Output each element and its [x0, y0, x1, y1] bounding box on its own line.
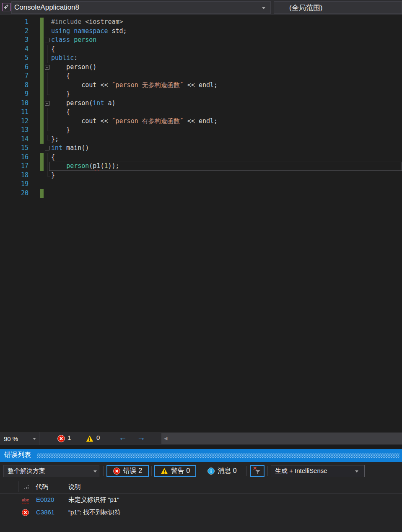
- code-token-txt: cout <<: [51, 117, 112, 125]
- code-token-txt: person(: [51, 99, 93, 107]
- fold-guide: [44, 45, 51, 54]
- fold-guide: [44, 81, 51, 90]
- column-header-code[interactable]: 代码: [36, 480, 48, 493]
- change-tracking-bar: [40, 63, 44, 72]
- line-number: 20: [0, 189, 29, 198]
- intellisense-squiggle-icon: abc: [18, 493, 33, 506]
- fold-toggle-icon[interactable]: [44, 36, 51, 45]
- code-line[interactable]: 13 }: [0, 126, 402, 135]
- code-token-txt: }: [51, 90, 70, 98]
- code-line[interactable]: 17 person(p1(1));: [0, 162, 402, 171]
- fold-toggle-icon[interactable]: [44, 99, 51, 108]
- change-tracking-bar: [40, 90, 44, 99]
- scroll-left-icon[interactable]: ◀: [164, 436, 167, 441]
- fold-toggle-icon[interactable]: [44, 63, 51, 72]
- line-number: 14: [0, 135, 29, 144]
- code-text: [51, 189, 402, 198]
- change-tracking-bar: [40, 27, 44, 36]
- navigation-bar: ConsoleApplication8 (全局范围): [0, 0, 402, 15]
- code-text: {: [51, 153, 402, 162]
- code-line[interactable]: 14};: [0, 135, 402, 144]
- code-text: cout << ″person 有参构造函数″ << endl;: [51, 117, 402, 126]
- code-line[interactable]: 5public:: [0, 54, 402, 63]
- code-line[interactable]: 6 person(): [0, 63, 402, 72]
- navigate-back-arrow-icon[interactable]: ←: [119, 433, 127, 442]
- line-number: 18: [0, 171, 29, 180]
- code-text: using namespace std;: [51, 27, 402, 36]
- change-tracking-bar: [40, 18, 44, 27]
- error-icon[interactable]: [57, 435, 65, 442]
- column-separator[interactable]: [64, 481, 64, 492]
- error-list-title-bar[interactable]: 错误列表: [0, 449, 402, 462]
- code-text: public:: [51, 54, 402, 63]
- fold-toggle-icon[interactable]: [44, 144, 51, 153]
- column-separator[interactable]: [18, 481, 18, 492]
- column-header-description[interactable]: 说明: [68, 480, 81, 493]
- code-text: }: [51, 171, 402, 180]
- warning-icon[interactable]: [86, 435, 93, 442]
- errors-filter-label: 错误 2: [123, 467, 142, 475]
- chevron-down-icon: [355, 470, 358, 473]
- messages-filter-button[interactable]: 消息 0: [201, 465, 243, 477]
- warnings-filter-button[interactable]: 警告 0: [154, 465, 196, 477]
- error-code-link[interactable]: C3861: [36, 506, 54, 519]
- error-row[interactable]: C3861“p1”: 找不到标识符: [0, 506, 402, 519]
- code-token-type: person: [66, 162, 89, 170]
- code-line[interactable]: 8 cout << ″person 无参构造函数″ << endl;: [0, 81, 402, 90]
- code-line[interactable]: 19: [0, 180, 402, 189]
- column-separator[interactable]: [33, 481, 33, 492]
- horizontal-scrollbar[interactable]: ◀: [161, 433, 402, 444]
- fold-guide: [44, 189, 51, 198]
- build-intellisense-dropdown[interactable]: 生成 + IntelliSense: [271, 465, 365, 477]
- navigate-forward-arrow-icon[interactable]: →: [137, 433, 145, 442]
- zoom-level-dropdown[interactable]: 90 %: [0, 432, 39, 445]
- toolbar-separator: [151, 466, 152, 476]
- chevron-down-icon: [33, 438, 36, 440]
- error-code-link[interactable]: E0020: [36, 493, 54, 506]
- change-tracking-bar: [40, 45, 44, 54]
- line-number: 13: [0, 126, 29, 135]
- code-line[interactable]: 1#include <iostream>: [0, 18, 402, 27]
- code-editor[interactable]: 1#include <iostream>2using namespace std…: [0, 15, 402, 432]
- code-text: };: [51, 135, 402, 144]
- scope-dropdown[interactable]: (全局范围): [274, 1, 402, 14]
- code-text: cout << ″person 无参构造函数″ << endl;: [51, 81, 402, 90]
- code-line[interactable]: 18}: [0, 171, 402, 180]
- code-line[interactable]: 11 {: [0, 108, 402, 117]
- code-line[interactable]: 9 }: [0, 90, 402, 99]
- change-tracking-bar: [40, 36, 44, 45]
- line-number: 10: [0, 99, 29, 108]
- code-token-kw: class: [51, 36, 70, 44]
- code-line[interactable]: 7 {: [0, 72, 402, 81]
- warning-icon: [161, 467, 168, 475]
- change-tracking-bar: [40, 81, 44, 90]
- move-arrows-icon: [3, 4, 9, 10]
- code-line[interactable]: 3class person: [0, 36, 402, 45]
- fold-guide: [44, 54, 51, 63]
- code-line[interactable]: 4{: [0, 45, 402, 54]
- solution-scope-dropdown[interactable]: 整个解决方案: [3, 465, 99, 477]
- filter-button[interactable]: ✕: [250, 465, 265, 477]
- fold-guide: [44, 90, 51, 99]
- code-token-txt: {: [51, 153, 55, 161]
- project-dropdown[interactable]: ConsoleApplication8: [11, 1, 271, 14]
- line-number: 17: [0, 162, 29, 171]
- code-line[interactable]: 10 person(int a): [0, 99, 402, 108]
- code-text: {: [51, 108, 402, 117]
- code-token-txt: :: [74, 54, 78, 62]
- code-text: int main(): [51, 144, 402, 153]
- code-token-txt: << endl;: [184, 117, 218, 125]
- code-line[interactable]: 2using namespace std;: [0, 27, 402, 36]
- errors-filter-button[interactable]: 错误 2: [106, 465, 149, 477]
- code-token-txt: main(): [62, 144, 89, 152]
- code-token-txt: [70, 36, 74, 44]
- line-number: 15: [0, 144, 29, 153]
- code-line[interactable]: 16{: [0, 153, 402, 162]
- error-table-header: 代码 说明: [0, 480, 402, 493]
- code-line[interactable]: 12 cout << ″person 有参构造函数″ << endl;: [0, 117, 402, 126]
- code-text: #include <iostream>: [51, 18, 402, 27]
- code-line[interactable]: 15int main(): [0, 144, 402, 153]
- code-line[interactable]: 20: [0, 189, 402, 198]
- error-row[interactable]: abcE0020未定义标识符 "p1": [0, 493, 402, 506]
- change-tracking-bar: [40, 126, 44, 135]
